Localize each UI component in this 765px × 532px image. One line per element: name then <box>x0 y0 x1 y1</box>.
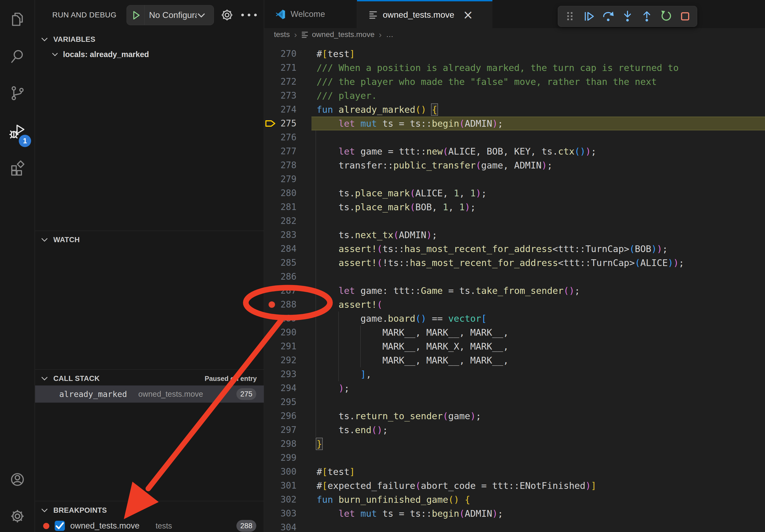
code-line[interactable]: 277 let game = ttt::new(ALICE, BOB, KEY,… <box>264 144 765 158</box>
line-number[interactable]: 297 <box>264 423 297 437</box>
code-line[interactable]: 270#[test] <box>264 47 765 61</box>
debug-config-label[interactable]: No Configura <box>149 10 197 20</box>
search-icon[interactable] <box>9 48 25 64</box>
code-line[interactable]: 274fun already_marked() { <box>264 103 765 117</box>
code-line[interactable]: 295 <box>264 395 765 409</box>
source-control-icon[interactable] <box>9 85 25 101</box>
code-text[interactable]: ts.place_mark(BOB, 1, 1); <box>317 200 476 214</box>
line-number[interactable]: 283 <box>264 228 297 242</box>
code-line[interactable]: 279 <box>264 172 765 186</box>
code-line[interactable]: 303 let mut ts = ts::begin(ADMIN); <box>264 507 765 520</box>
code-text[interactable]: ts.next_tx(ADMIN); <box>317 228 437 242</box>
line-number[interactable]: 271 <box>264 61 297 75</box>
line-number[interactable]: 290 <box>264 326 297 339</box>
code-text[interactable]: let mut ts = ts::begin(ADMIN); <box>317 117 503 131</box>
code-line[interactable]: 297 ts.end(); <box>264 423 765 437</box>
line-number[interactable]: 270 <box>264 47 297 61</box>
code-line[interactable]: 272/// the player who made the "false" m… <box>264 75 765 89</box>
code-line[interactable]: 302fun burn_unfinished_game() { <box>264 493 765 507</box>
extensions-icon[interactable] <box>9 160 25 176</box>
line-number[interactable]: 281 <box>264 200 297 214</box>
code-line[interactable]: 304 <box>264 520 765 532</box>
code-line[interactable]: 271/// When a position is already marked… <box>264 61 765 75</box>
breadcrumb-file[interactable]: owned_tests.move <box>312 30 375 39</box>
more-actions-icon[interactable] <box>238 8 260 23</box>
code-line[interactable]: 301#[expected_failure(abort_code = ttt::… <box>264 479 765 493</box>
line-number[interactable]: 304 <box>264 520 297 532</box>
tab-welcome[interactable]: Welcome <box>264 0 357 28</box>
line-number[interactable]: 299 <box>264 451 297 465</box>
line-number[interactable]: 294 <box>264 381 297 395</box>
line-number[interactable]: 279 <box>264 172 297 186</box>
line-number[interactable]: 289 <box>264 312 297 326</box>
line-number[interactable]: 303 <box>264 507 297 520</box>
locals-scope-row[interactable]: locals: already_marked <box>35 47 264 62</box>
restart-button[interactable] <box>657 8 674 25</box>
line-number[interactable]: 274 <box>264 103 297 117</box>
debug-settings-gear-icon[interactable] <box>220 8 235 23</box>
code-line[interactable]: 276 <box>264 131 765 144</box>
code-line[interactable]: 273/// player. <box>264 89 765 103</box>
line-number[interactable]: 300 <box>264 465 297 479</box>
code-text[interactable]: let game: ttt::Game = ts.take_from_sende… <box>317 284 580 298</box>
code-line[interactable]: 282 <box>264 214 765 228</box>
step-into-button[interactable] <box>619 8 636 25</box>
code-text[interactable]: game.board() == vector[ <box>317 312 487 326</box>
line-number[interactable]: 284 <box>264 242 297 256</box>
code-line[interactable]: 285 assert!(!ts::has_most_recent_for_add… <box>264 256 765 270</box>
watch-section-header[interactable]: WATCH <box>35 232 264 247</box>
explorer-icon[interactable] <box>9 11 25 27</box>
line-number[interactable]: 282 <box>264 214 297 228</box>
breakpoints-section-header[interactable]: BREAKPOINTS <box>35 503 264 518</box>
line-number[interactable]: 298 <box>264 437 297 451</box>
line-number[interactable]: 302 <box>264 493 297 507</box>
accounts-icon[interactable] <box>9 471 25 487</box>
line-number[interactable]: 292 <box>264 353 297 367</box>
line-number[interactable]: 287 <box>264 284 297 298</box>
code-text[interactable]: MARK__, MARK__, MARK__, <box>317 353 508 367</box>
code-line[interactable]: 283 ts.next_tx(ADMIN); <box>264 228 765 242</box>
settings-gear-icon[interactable] <box>9 508 25 524</box>
code-line[interactable]: 287 let game: ttt::Game = ts.take_from_s… <box>264 284 765 298</box>
line-number[interactable]: 288 <box>264 298 297 312</box>
step-out-button[interactable] <box>638 8 655 25</box>
call-stack-section-header[interactable]: CALL STACK Paused on entry <box>35 371 264 386</box>
breakpoint-checkbox[interactable] <box>55 521 65 531</box>
stop-button[interactable] <box>677 8 694 25</box>
code-line[interactable]: 290 MARK__, MARK__, MARK__, <box>264 326 765 339</box>
code-line[interactable]: 280 ts.place_mark(ALICE, 1, 1); <box>264 186 765 200</box>
code-line[interactable]: 288 assert!( <box>264 298 765 312</box>
close-icon[interactable]: × <box>463 9 473 21</box>
code-line[interactable]: 296 ts.return_to_sender(game); <box>264 409 765 423</box>
line-number[interactable]: 280 <box>264 186 297 200</box>
code-line[interactable]: 300#[test] <box>264 465 765 479</box>
code-line[interactable]: 293 ], <box>264 367 765 381</box>
line-number[interactable]: 296 <box>264 409 297 423</box>
line-number[interactable]: 277 <box>264 144 297 158</box>
code-line[interactable]: 278 transfer::public_transfer(game, ADMI… <box>264 158 765 172</box>
code-line[interactable]: 289 game.board() == vector[ <box>264 312 765 326</box>
line-number[interactable]: 301 <box>264 479 297 493</box>
line-number[interactable]: 276 <box>264 131 297 144</box>
code-text[interactable]: /// the player who made the "false" move… <box>317 75 657 89</box>
line-number[interactable]: 278 <box>264 158 297 172</box>
code-line[interactable]: 291 MARK__, MARK_X, MARK__, <box>264 339 765 353</box>
code-line[interactable]: 275 let mut ts = ts::begin(ADMIN); <box>264 117 765 131</box>
code-text[interactable]: fun already_marked() { <box>317 103 437 117</box>
code-text[interactable]: } <box>317 437 322 451</box>
code-text[interactable]: #[expected_failure(abort_code = ttt::ENo… <box>317 479 596 493</box>
play-icon[interactable] <box>131 10 141 21</box>
code-text[interactable]: fun burn_unfinished_game() { <box>317 493 470 507</box>
code-line[interactable]: 281 ts.place_mark(BOB, 1, 1); <box>264 200 765 214</box>
breadcrumb-more[interactable]: … <box>386 30 393 39</box>
line-number[interactable]: 286 <box>264 270 297 284</box>
code-text[interactable]: /// player. <box>317 89 377 103</box>
code-text[interactable]: ], <box>317 367 372 381</box>
call-stack-frame-row[interactable]: already_marked owned_tests.move 275 <box>35 386 264 402</box>
continue-button[interactable] <box>581 8 598 25</box>
breadcrumb-folder[interactable]: tests <box>274 30 290 39</box>
code-text[interactable]: assert!(!ts::has_most_recent_for_address… <box>317 256 684 270</box>
line-number[interactable]: 272 <box>264 75 297 89</box>
code-text[interactable]: MARK__, MARK__, MARK__, <box>317 326 508 339</box>
tab-owned-tests-move[interactable]: owned_tests.move × <box>357 0 492 28</box>
